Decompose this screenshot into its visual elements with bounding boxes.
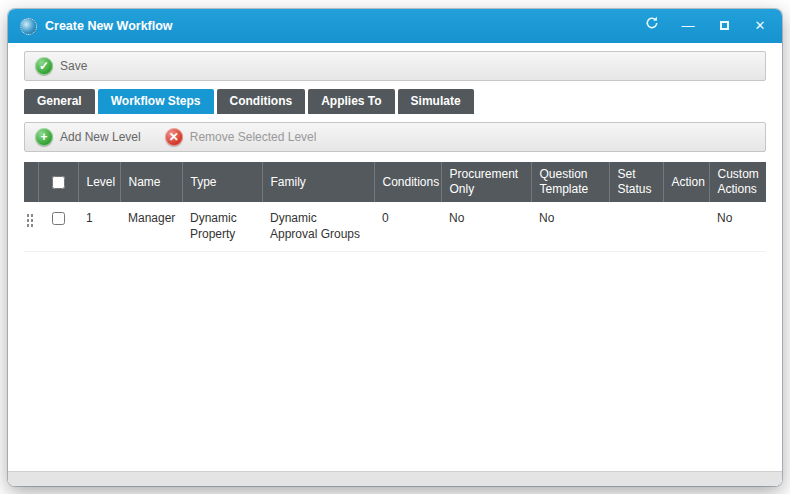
tab-simulate[interactable]: Simulate	[398, 89, 474, 114]
maximize-icon	[720, 21, 729, 30]
col-name[interactable]: Name	[120, 162, 182, 202]
remove-x-icon: ✕	[165, 128, 183, 146]
cell-family: Dynamic Approval Groups	[262, 202, 374, 252]
app-icon	[20, 18, 37, 35]
table-row[interactable]: 1 Manager Dynamic Property Dynamic Appro…	[24, 202, 766, 252]
tab-conditions[interactable]: Conditions	[217, 89, 306, 114]
cell-level: 1	[78, 202, 120, 252]
remove-selected-level-label: Remove Selected Level	[190, 130, 317, 144]
col-set-status[interactable]: Set Status	[609, 162, 663, 202]
add-new-level-label: Add New Level	[60, 130, 141, 144]
tab-workflow-steps[interactable]: Workflow Steps	[98, 89, 214, 114]
window-title: Create New Workflow	[45, 19, 173, 33]
col-type[interactable]: Type	[182, 162, 262, 202]
tab-general[interactable]: General	[24, 89, 95, 114]
titlebar: Create New Workflow — ✕	[8, 9, 782, 43]
drag-handle-header	[24, 162, 38, 202]
workflow-steps-grid: Level Name Type Family Conditions Procur…	[24, 162, 766, 252]
col-question-template[interactable]: Question Template	[531, 162, 609, 202]
level-toolbar: + Add New Level ✕ Remove Selected Level	[24, 122, 766, 152]
workflow-tabs: General Workflow Steps Conditions Applie…	[24, 89, 766, 114]
col-action[interactable]: Action	[663, 162, 709, 202]
minimize-button[interactable]: —	[678, 16, 698, 36]
cell-question-template: No	[531, 202, 609, 252]
dialog-content: ✓ Save General Workflow Steps Conditions…	[8, 43, 782, 486]
save-button-label: Save	[60, 59, 87, 73]
drag-handle-cell	[24, 202, 38, 252]
cell-procurement-only: No	[441, 202, 531, 252]
cell-set-status	[609, 202, 663, 252]
col-procurement-only[interactable]: Procurement Only	[441, 162, 531, 202]
close-button[interactable]: ✕	[750, 16, 770, 36]
cell-conditions: 0	[374, 202, 441, 252]
create-new-workflow-window: Create New Workflow — ✕ ✓ Save General W…	[8, 9, 782, 486]
grid-header-row: Level Name Type Family Conditions Procur…	[24, 162, 766, 202]
remove-selected-level-button[interactable]: ✕ Remove Selected Level	[165, 128, 317, 146]
cell-action	[663, 202, 709, 252]
refresh-button[interactable]	[642, 16, 662, 36]
save-button[interactable]: ✓ Save	[35, 57, 87, 75]
maximize-button[interactable]	[714, 16, 734, 36]
add-plus-icon: +	[35, 128, 53, 146]
select-all-checkbox[interactable]	[52, 176, 65, 189]
col-custom-actions[interactable]: Custom Actions	[709, 162, 766, 202]
save-toolbar: ✓ Save	[24, 51, 766, 81]
save-check-icon: ✓	[35, 57, 53, 75]
window-footer	[8, 471, 782, 486]
add-new-level-button[interactable]: + Add New Level	[35, 128, 141, 146]
cell-custom-actions: No	[709, 202, 766, 252]
refresh-icon	[645, 16, 659, 30]
col-level[interactable]: Level	[78, 162, 120, 202]
window-controls: — ✕	[642, 16, 770, 36]
cell-type: Dynamic Property	[182, 202, 262, 252]
col-conditions[interactable]: Conditions	[374, 162, 441, 202]
drag-handle-icon[interactable]	[26, 213, 33, 229]
row-select-cell	[38, 202, 78, 252]
cell-name: Manager	[120, 202, 182, 252]
tab-applies-to[interactable]: Applies To	[308, 89, 394, 114]
col-family[interactable]: Family	[262, 162, 374, 202]
row-select-checkbox[interactable]	[52, 212, 65, 225]
select-all-header	[38, 162, 78, 202]
